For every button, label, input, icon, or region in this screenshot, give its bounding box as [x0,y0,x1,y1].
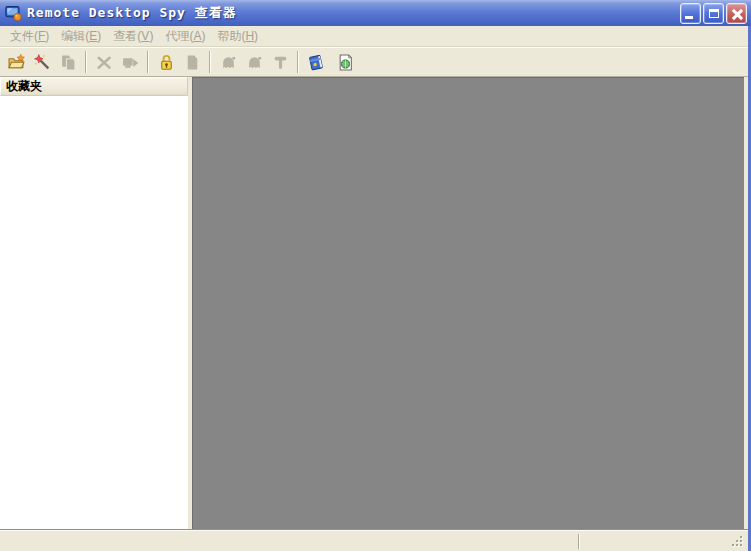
window-frame: 文件(F) 编辑(E) 查看(V) 代理(A) 帮助(H) [0,26,751,551]
favorites-list[interactable] [0,96,188,529]
copy-button [55,49,81,75]
website-button[interactable] [332,49,358,75]
delete-x-icon [96,54,113,71]
help-book-icon [308,54,325,71]
main-area: 收藏夹 [0,77,748,530]
session-workspace [192,77,744,529]
copy-documents-icon [60,54,77,71]
toolbar-separator [297,51,299,73]
ghost-icon [246,54,263,71]
menu-help[interactable]: 帮助(H) [211,26,264,47]
play-button [215,49,241,75]
toolbar-separator [209,51,211,73]
padlock-icon [158,54,175,71]
monitor-arrow-icon [122,54,139,71]
export-button [117,49,143,75]
hammer-icon [272,54,289,71]
log-button [179,49,205,75]
titlebar[interactable]: Remote Desktop Spy 查看器 [0,0,751,26]
open-folder-new-icon [8,54,25,71]
wizard-button[interactable] [29,49,55,75]
maximize-button[interactable] [703,3,724,24]
favorites-header: 收藏夹 [0,77,188,96]
app-window: Remote Desktop Spy 查看器 文件(F) 编辑(E) 查看(V)… [0,0,751,551]
minimize-icon [685,16,693,19]
menu-edit[interactable]: 编辑(E) [55,26,107,47]
statusbar [0,530,748,551]
window-title: Remote Desktop Spy 查看器 [27,4,680,22]
remote-desktop-icon [5,5,22,22]
web-document-icon [337,54,354,71]
tools-button [267,49,293,75]
menubar: 文件(F) 编辑(E) 查看(V) 代理(A) 帮助(H) [0,26,748,47]
open-button[interactable] [3,49,29,75]
menu-file[interactable]: 文件(F) [4,26,55,47]
close-button[interactable] [726,3,747,24]
lock-button[interactable] [153,49,179,75]
resize-grip[interactable] [731,535,744,548]
help-button[interactable] [303,49,329,75]
delete-button [91,49,117,75]
toolbar-separator [147,51,149,73]
document-icon [184,54,201,71]
favorites-panel: 收藏夹 [0,77,188,529]
toolbar [0,47,748,77]
menu-agent[interactable]: 代理(A) [159,26,211,47]
maximize-icon [709,9,719,18]
toolbar-separator [85,51,87,73]
play-all-button [241,49,267,75]
minimize-button[interactable] [680,3,701,24]
status-divider [578,534,580,549]
ghost-icon [220,54,237,71]
magic-wand-icon [34,54,51,71]
menu-view[interactable]: 查看(V) [107,26,159,47]
